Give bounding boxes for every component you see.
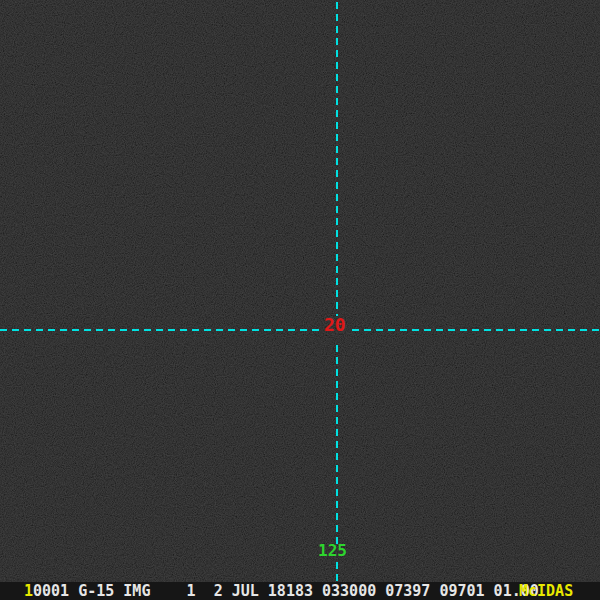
frame-status-line: 10001 G-15 IMG 1 2 JUL 18183 033000 0739… [24,582,539,600]
cursor-value-label: 20 [324,316,346,334]
mcidas-brand-label: McIDAS [519,582,573,600]
frame-status-text: 0001 G-15 IMG 1 2 JUL 18183 033000 07397… [33,582,539,600]
frame-status-bar: 10001 G-15 IMG 1 2 JUL 18183 033000 0739… [0,582,600,600]
cursor-vertical-line-middle[interactable] [336,345,338,548]
cursor-horizontal-line-left[interactable] [0,329,322,331]
mcidas-image-window: 20 125 10001 G-15 IMG 1 2 JUL 18183 0330… [0,0,600,600]
cursor-horizontal-line-right[interactable] [352,329,600,331]
cursor-coordinate-label: 125 [318,543,347,559]
cursor-vertical-line-bottom[interactable] [336,562,338,582]
satellite-image-noise[interactable] [0,0,600,582]
frame-number: 1 [24,582,33,600]
cursor-vertical-line-top[interactable] [336,2,338,316]
